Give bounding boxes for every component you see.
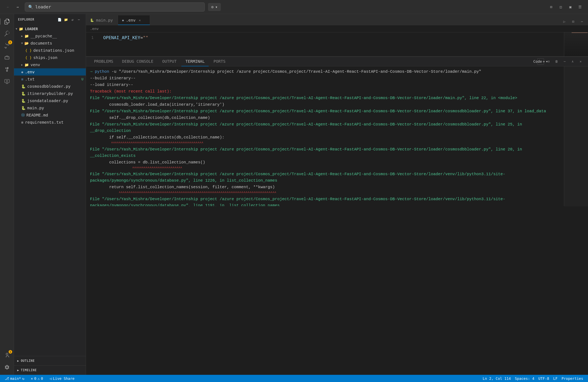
language-label: Properties [562,376,583,381]
terminal-line-prompt: → python -u "/Users/Yash_Mishra/Develope… [90,69,560,75]
panel-tab-ports[interactable]: PORTS [210,57,230,66]
nav-buttons: ← → [4,3,21,11]
tab-main-py[interactable]: 🐍 main.py [86,15,118,25]
tab-bar-actions: ▷ ⊟ ⋯ [558,18,588,25]
activity-search[interactable] [1,28,13,39]
file-destinations-json[interactable]: { } destinations.json [14,47,86,54]
file-ships-json[interactable]: { } ships.json [14,54,86,61]
file-cosmosdbbloader[interactable]: 🐍 cosmosdbbloader.py [14,83,86,90]
terminal-split-button[interactable]: ⊟ [545,58,552,65]
activity-extensions[interactable] [1,64,13,75]
activity-source-control[interactable]: 1 [1,40,13,51]
folder-chevron-loader: ▼ [16,27,17,30]
activity-accounts[interactable]: 1 [1,350,13,361]
outline-header[interactable]: ▶ OUTLINE [14,358,86,364]
layout-panel-button[interactable]: ◫ [557,3,565,11]
panel-tab-output[interactable]: OUTPUT [158,57,181,66]
nav-back-button[interactable]: ← [4,3,12,11]
file-txt[interactable]: ≡ .txt U [14,76,86,83]
tab-icon-env: ✱ [122,18,124,22]
file-jsondataloader[interactable]: 🐍 jsondataloader.py [14,97,86,104]
layout-sidebar-button[interactable]: ▣ [567,3,574,11]
icon-destinations-json: { } [25,48,32,53]
terminal-squiggle-2: ^^^^^^^^^^^^^^^^^^^^^^^^^^ [90,166,560,171]
panel-close-button[interactable]: ✕ [577,58,584,65]
folder-documents[interactable]: ▼ 📂 documents [14,39,86,47]
file-readme[interactable]: Ⓜ README.md [14,112,86,119]
status-errors[interactable]: ✕ 0 ⚠ 0 [29,375,45,382]
tab-env[interactable]: ✱ .env ✕ [118,15,150,25]
activity-run-debug[interactable] [1,52,13,63]
explorer-icon [4,19,10,24]
tab-close-env[interactable]: ✕ [138,18,142,22]
terminal-new-button[interactable]: Code + ▾ [537,58,544,65]
sidebar: EXPLORER 📄 📁 ↺ ⋯ ▼ 📁 LOADER ▶ 📁 __pycach… [14,14,86,375]
panel-tab-problems[interactable]: PROBLEMS [90,57,117,66]
folder-venv[interactable]: ▶ 📁 venv [14,61,86,68]
error-count: 0 [34,376,36,381]
timeline-header[interactable]: ▶ TIMELINE [14,367,86,373]
chevron-venv: ▶ [21,63,23,66]
panel-maximize-button[interactable]: ∧ [569,58,576,65]
status-encoding[interactable]: UTF-8 [537,376,551,381]
label-txt: .txt [25,77,80,81]
activity-settings[interactable] [1,362,13,373]
encoding-label: UTF-8 [538,376,549,381]
terminal-line-file6: File "/Users/Yash_Mishra/Developer/Inter… [90,196,560,206]
title-bar: ← → 🔍 ⊙ ▾ ⊟ ◫ ▣ ☰ [0,0,588,14]
status-right-group: Ln 2, Col 114 Spaces: 4 UTF-8 LF Propert… [481,376,585,381]
minimap [564,32,588,56]
panel-tab-terminal[interactable]: TERMINAL [181,57,209,66]
terminal-add-icon: + [543,59,545,63]
status-bar: ⎇ main* ↻ ✕ 0 ⚠ 0 ◁ Live Share Ln 2, Col… [0,375,588,382]
collapse-all-button[interactable]: ⋯ [76,17,82,22]
status-language[interactable]: Properties [560,376,585,381]
prompt-args: -u "/Users/Yash_Mishra/Developer/Interns… [112,69,481,74]
extensions-icon [4,67,10,72]
more-actions-button[interactable]: ⋯ [578,18,586,25]
live-share-icon: ◁ [49,376,52,381]
status-live-share[interactable]: ◁ Live Share [48,375,76,382]
status-line-ending[interactable]: LF [552,376,559,381]
file-main-py[interactable]: 🐍 main.py [14,104,86,112]
terminal-line-file1: File "/Users/Yash_Mishra/Developer/Inter… [90,95,560,101]
code-editor: 1 OPENAI_API_KEY = "" [86,32,588,56]
code-lines[interactable]: OPENAI_API_KEY = "" [100,32,564,56]
search-input[interactable] [35,4,201,9]
accounts-badge: 1 [9,350,12,354]
split-editor-button[interactable]: ⊟ [570,18,577,25]
copilot-button[interactable]: ⊙ ▾ [208,3,221,11]
terminal-line-build: --build itinerary-- [90,75,560,81]
panel-tab-debug[interactable]: DEBUG CONSOLE [118,57,157,66]
activity-remote[interactable] [1,76,13,87]
terminal-kill-button[interactable]: 🗑 [553,58,560,65]
run-file-button[interactable]: ▷ [561,18,568,25]
folder-icon-loader: 📁 [19,27,23,31]
breadcrumb-path: .env [90,27,99,31]
file-env[interactable]: ✱ .env [14,68,86,76]
line-number-1: 1 [86,34,97,41]
file-requirements[interactable]: ≡ requirements.txt [14,119,86,126]
nav-forward-button[interactable]: → [14,3,21,11]
run-debug-icon [4,55,10,60]
activity-explorer[interactable] [1,16,13,27]
panel-more-button[interactable]: ⋯ [561,58,568,65]
terminal-code-label: Code [533,59,542,63]
folder-pycache[interactable]: ▶ 📁 __pycache__ [14,32,86,39]
new-file-button[interactable]: 📄 [57,17,63,22]
status-position[interactable]: Ln 2, Col 114 [481,376,512,381]
status-spaces[interactable]: Spaces: 4 [513,376,536,381]
prompt-arrow: → [90,69,95,74]
search-bar[interactable]: 🔍 [25,2,205,12]
layout-menu-button[interactable]: ☰ [576,3,584,11]
file-itinerarybuilder[interactable]: 🐍 itinerarybuilder.py [14,90,86,97]
terminal-line-file4: File "/Users/Yash_Mishra/Developer/Inter… [90,146,560,159]
layout-split-button[interactable]: ⊟ [547,3,555,11]
breadcrumb: .env [86,25,588,32]
folder-loader-root[interactable]: ▼ 📁 LOADER [14,25,86,32]
status-branch[interactable]: ⎇ main* ↻ [3,375,26,382]
new-folder-button[interactable]: 📁 [63,17,69,22]
line-numbers: 1 [86,32,100,56]
terminal-content[interactable]: → python -u "/Users/Yash_Mishra/Develope… [86,66,564,206]
refresh-button[interactable]: ↺ [70,17,75,22]
